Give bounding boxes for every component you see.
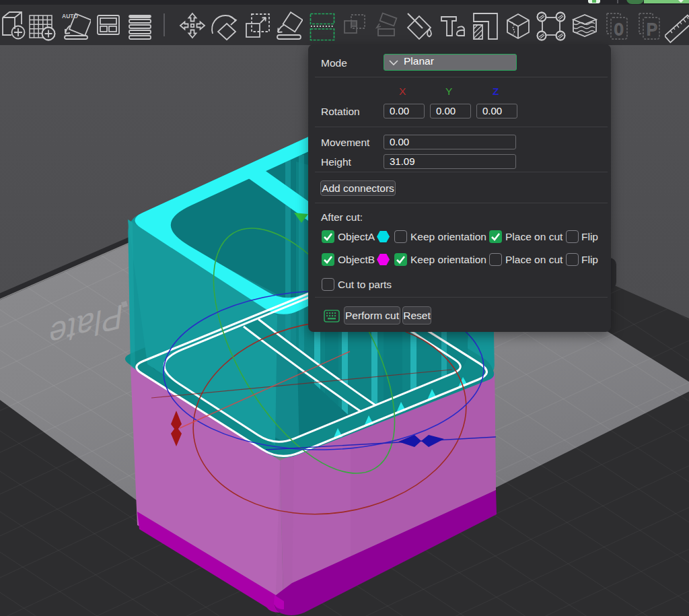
svg-text:P: P [647, 20, 657, 38]
svg-text:0: 0 [614, 20, 623, 38]
